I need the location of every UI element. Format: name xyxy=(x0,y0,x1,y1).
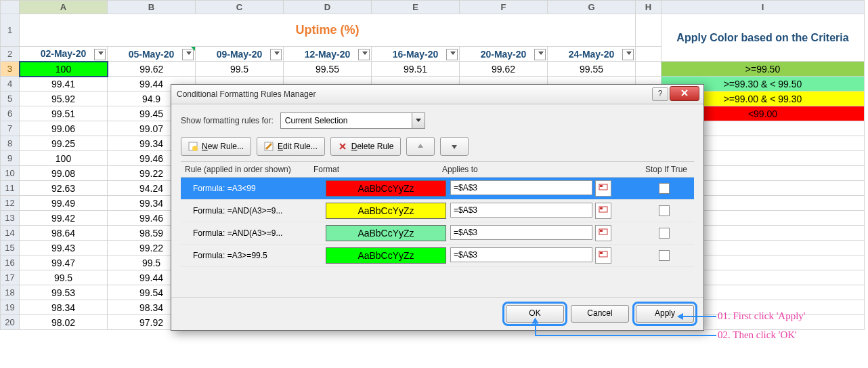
delete-rule-button[interactable]: Delete Rule xyxy=(330,137,402,156)
range-icon xyxy=(599,228,608,238)
date-filter-0[interactable]: 02-May-20 xyxy=(20,47,108,62)
row-header-5[interactable]: 5 xyxy=(1,91,20,106)
rule-row-3[interactable]: Formula: =A3>=99.5 AaBbCcYyZz xyxy=(181,245,694,267)
cell-A11[interactable]: 92.63 xyxy=(20,181,108,196)
rule-row-1[interactable]: Formula: =AND(A3>=9... AaBbCcYyZz xyxy=(181,200,694,222)
row-header-13[interactable]: 13 xyxy=(1,211,20,226)
cell-A10[interactable]: 99.08 xyxy=(20,166,108,181)
col-header-I[interactable]: I xyxy=(661,1,865,14)
range-icon xyxy=(599,184,608,193)
cell-A5[interactable]: 95.92 xyxy=(20,91,108,106)
col-header-G[interactable]: G xyxy=(548,1,636,14)
cell-A3[interactable]: 100 xyxy=(20,62,108,77)
close-button[interactable] xyxy=(670,86,699,101)
row-header-8[interactable]: 8 xyxy=(1,136,20,151)
row-header-11[interactable]: 11 xyxy=(1,181,20,196)
col-header-B[interactable]: B xyxy=(108,1,196,14)
row-header-3[interactable]: 3 xyxy=(1,62,20,77)
cell-A6[interactable]: 99.51 xyxy=(20,106,108,121)
cell-A18[interactable]: 99.53 xyxy=(20,285,108,300)
date-filter-3[interactable]: 12-May-20 xyxy=(284,47,372,62)
cell-A4[interactable]: 99.41 xyxy=(20,77,108,91)
apply-button[interactable]: Apply xyxy=(636,305,694,323)
stop-if-true-checkbox[interactable] xyxy=(659,183,670,194)
row-header-19[interactable]: 19 xyxy=(1,300,20,315)
select-all[interactable] xyxy=(1,1,20,14)
col-header-H[interactable]: H xyxy=(636,1,661,14)
row-header-6[interactable]: 6 xyxy=(1,106,20,121)
row-header-15[interactable]: 15 xyxy=(1,241,20,255)
applies-to-input[interactable] xyxy=(450,225,592,240)
cell-E3[interactable]: 99.51 xyxy=(372,62,460,77)
cell-A19[interactable]: 98.34 xyxy=(20,300,108,315)
row-header-14[interactable]: 14 xyxy=(1,226,20,241)
cell-B3[interactable]: 99.62 xyxy=(108,62,196,77)
date-filter-5[interactable]: 20-May-20 xyxy=(460,47,548,62)
cell-A12[interactable]: 99.49 xyxy=(20,196,108,211)
row-header-4[interactable]: 4 xyxy=(1,77,20,91)
row-header-9[interactable]: 9 xyxy=(1,151,20,166)
row-header-18[interactable]: 18 xyxy=(1,285,20,300)
row-header-10[interactable]: 10 xyxy=(1,166,20,181)
stop-if-true-checkbox[interactable] xyxy=(659,228,670,239)
col-header-D[interactable]: D xyxy=(284,1,372,14)
col-header-C[interactable]: C xyxy=(196,1,284,14)
col-header-F[interactable]: F xyxy=(460,1,548,14)
close-icon xyxy=(680,89,689,97)
date-filter-6[interactable]: 24-May-20 xyxy=(548,47,636,62)
dialog-titlebar[interactable]: Conditional Formatting Rules Manager ? xyxy=(171,85,703,104)
col-header-E[interactable]: E xyxy=(372,1,460,14)
cell-A14[interactable]: 98.64 xyxy=(20,226,108,241)
range-picker-button[interactable] xyxy=(595,225,611,241)
chevron-down-icon xyxy=(416,119,421,122)
row-header-16[interactable]: 16 xyxy=(1,255,20,270)
chevron-down-icon xyxy=(274,52,280,55)
cell-A20[interactable]: 98.02 xyxy=(20,315,108,330)
svg-rect-4 xyxy=(600,185,603,187)
row-header-2[interactable]: 2 xyxy=(1,47,20,62)
row-header-12[interactable]: 12 xyxy=(1,196,20,211)
cell-C3[interactable]: 99.5 xyxy=(196,62,284,77)
cell-A15[interactable]: 99.43 xyxy=(20,241,108,255)
scope-select[interactable]: Current Selection xyxy=(280,113,425,129)
chevron-down-icon xyxy=(98,52,104,55)
stop-if-true-checkbox[interactable] xyxy=(659,205,670,216)
row-header-1[interactable]: 1 xyxy=(1,14,20,47)
cell-H3[interactable] xyxy=(636,62,661,77)
row-header-20[interactable]: 20 xyxy=(1,315,20,330)
date-filter-4[interactable]: 16-May-20 xyxy=(372,47,460,62)
range-icon xyxy=(599,206,608,216)
applies-to-input[interactable] xyxy=(450,247,592,262)
rule-row-0[interactable]: Formula: =A3<99 AaBbCcYyZz xyxy=(181,178,694,200)
cell-D3[interactable]: 99.55 xyxy=(284,62,372,77)
cancel-button[interactable]: Cancel xyxy=(571,305,629,323)
new-rule-button[interactable]: New Rule... xyxy=(181,137,251,156)
move-up-button[interactable] xyxy=(406,137,435,156)
applies-to-input[interactable] xyxy=(450,180,592,195)
format-preview: AaBbCcYyZz xyxy=(326,180,446,197)
cell-A17[interactable]: 99.5 xyxy=(20,270,108,285)
range-picker-button[interactable] xyxy=(595,203,611,219)
cell-A13[interactable]: 99.42 xyxy=(20,211,108,226)
date-filter-1[interactable]: 05-May-20 xyxy=(108,47,196,62)
cell-A16[interactable]: 99.47 xyxy=(20,255,108,270)
move-down-button[interactable] xyxy=(440,137,469,156)
format-preview: AaBbCcYyZz xyxy=(326,203,446,219)
rule-row-2[interactable]: Formula: =AND(A3>=9... AaBbCcYyZz xyxy=(181,222,694,245)
range-picker-button[interactable] xyxy=(595,247,611,264)
col-header-A[interactable]: A xyxy=(20,1,108,14)
chevron-down-icon xyxy=(186,52,192,55)
edit-rule-button[interactable]: Edit Rule... xyxy=(257,137,325,156)
range-picker-button[interactable] xyxy=(595,180,611,197)
row-header-7[interactable]: 7 xyxy=(1,121,20,136)
help-button[interactable]: ? xyxy=(652,87,668,101)
cell-A7[interactable]: 99.06 xyxy=(20,121,108,136)
date-filter-2[interactable]: 09-May-20 xyxy=(196,47,284,62)
row-header-17[interactable]: 17 xyxy=(1,270,20,285)
cell-A8[interactable]: 99.25 xyxy=(20,136,108,151)
stop-if-true-checkbox[interactable] xyxy=(659,250,670,261)
applies-to-input[interactable] xyxy=(450,203,592,218)
cell-A9[interactable]: 100 xyxy=(20,151,108,166)
cell-F3[interactable]: 99.62 xyxy=(460,62,548,77)
cell-G3[interactable]: 99.55 xyxy=(548,62,636,77)
